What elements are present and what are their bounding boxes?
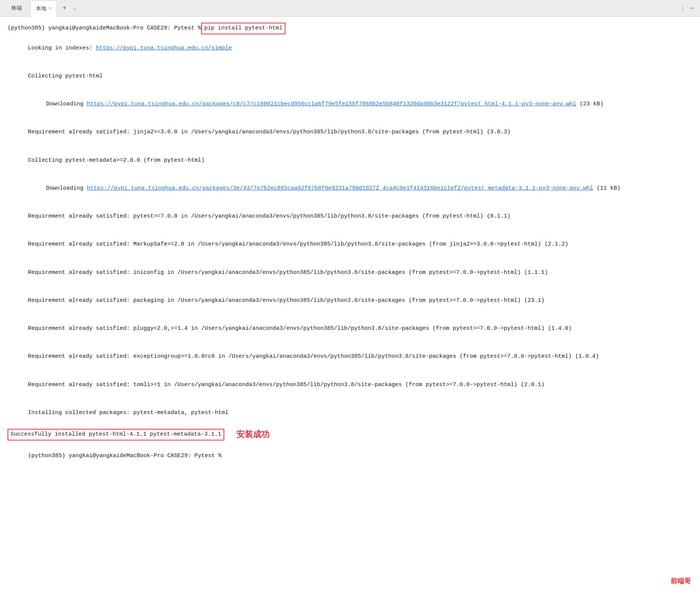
req-jinja2-text: Requirement already satisfied: jinja2>=3… [28,129,510,135]
downloading-prefix-2: Downloading [39,185,87,192]
pytest-html-size: (23 kB) [576,101,603,107]
command-line: (python385) yangkai@yangkaideMacBook-Pro… [8,23,692,34]
new-tab-button[interactable]: + [60,5,69,12]
tab-bar: 终端 本地 × + ⌄ [6,0,77,17]
pip-install-command: pip install pytest-html [201,23,285,34]
downloading-prefix-1: Downloading [39,101,87,107]
req-tomli-line: Requirement already satisfied: tomli>=1 … [8,371,692,399]
success-box: Successfully installed pytest-html-4.1.1… [8,429,224,441]
titlebar: 终端 本地 × + ⌄ ⋮ — [0,0,700,17]
req-iniconfig-text: Requirement already satisfied: iniconfig… [28,269,548,276]
req-packaging-line: Requirement already satisfied: packaging… [8,287,692,315]
minimize-icon[interactable]: — [690,5,694,12]
collecting-metadata-text: Collecting pytest-metadata>=2.0.0 (from … [28,157,205,164]
titlebar-controls: ⋮ — [680,5,694,12]
looking-indexes-text: Looking in indexes: [28,45,96,51]
collecting-pytest-metadata-line: Collecting pytest-metadata>=2.0.0 (from … [8,147,692,175]
req-jinja2-line: Requirement already satisfied: jinja2>=3… [8,119,692,147]
req-tomli-text: Requirement already satisfied: tomli>=1 … [28,382,544,388]
req-packaging-text: Requirement already satisfied: packaging… [28,297,544,304]
index-url-link[interactable]: https://pypi.tuna.tsinghua.edu.cn/simple [96,45,232,51]
prompt-1: (python385) yangkai@yangkaideMacBook-Pro… [8,24,201,33]
pytest-metadata-size: (11 kB) [593,185,620,192]
tab-close-icon[interactable]: × [49,6,51,11]
final-prompt-text: (python385) yangkai@yangkaideMacBook-Pro… [28,453,222,459]
pytest-metadata-whl-link[interactable]: https://pypi.tuna.tsinghua.edu.cn/packag… [87,185,593,192]
downloading-pytest-metadata-line: Downloading https://pypi.tuna.tsinghua.e… [8,175,692,202]
final-prompt-line: (python385) yangkai@yangkaideMacBook-Pro… [8,442,692,470]
tab-terminal[interactable]: 终端 [6,0,27,17]
tab-local[interactable]: 本地 × [30,0,57,17]
looking-indexes-line: Looking in indexes: https://pypi.tuna.ts… [8,34,692,62]
success-label: 安装成功 [236,428,270,441]
collecting-text: Collecting pytest-html [28,73,103,79]
success-line: Successfully installed pytest-html-4.1.1… [8,428,692,441]
installing-line: Installing collected packages: pytest-me… [8,399,692,427]
req-pytest-text: Requirement already satisfied: pytest>=7… [28,213,510,219]
req-markupsafe-text: Requirement already satisfied: MarkupSaf… [28,241,568,247]
downloading-pytest-html-line: Downloading https://pypi.tuna.tsinghua.e… [8,90,692,118]
collecting-pytest-html-line: Collecting pytest-html [8,62,692,90]
req-iniconfig-line: Requirement already satisfied: iniconfig… [8,259,692,287]
req-exceptiongroup-line: Requirement already satisfied: exception… [8,343,692,371]
terminal-window: 终端 本地 × + ⌄ ⋮ — (python385) yangkai@yang… [0,0,700,609]
req-pytest-line: Requirement already satisfied: pytest>=7… [8,202,692,230]
req-exceptiongroup-text: Requirement already satisfied: exception… [28,353,599,360]
pytest-html-whl-link[interactable]: https://pypi.tuna.tsinghua.edu.cn/packag… [87,101,576,107]
more-options-icon[interactable]: ⋮ [680,5,686,12]
installing-text: Installing collected packages: pytest-me… [28,410,228,416]
tab-local-label: 本地 [36,5,46,12]
tab-chevron-icon[interactable]: ⌄ [72,5,77,11]
tab-terminal-label: 终端 [11,5,22,12]
watermark: 前端哥 [669,576,692,586]
req-pluggy-text: Requirement already satisfied: pluggy<2.… [28,325,572,332]
terminal-body: (python385) yangkai@yangkaideMacBook-Pro… [0,17,700,609]
req-markupsafe-line: Requirement already satisfied: MarkupSaf… [8,231,692,259]
req-pluggy-line: Requirement already satisfied: pluggy<2.… [8,315,692,343]
